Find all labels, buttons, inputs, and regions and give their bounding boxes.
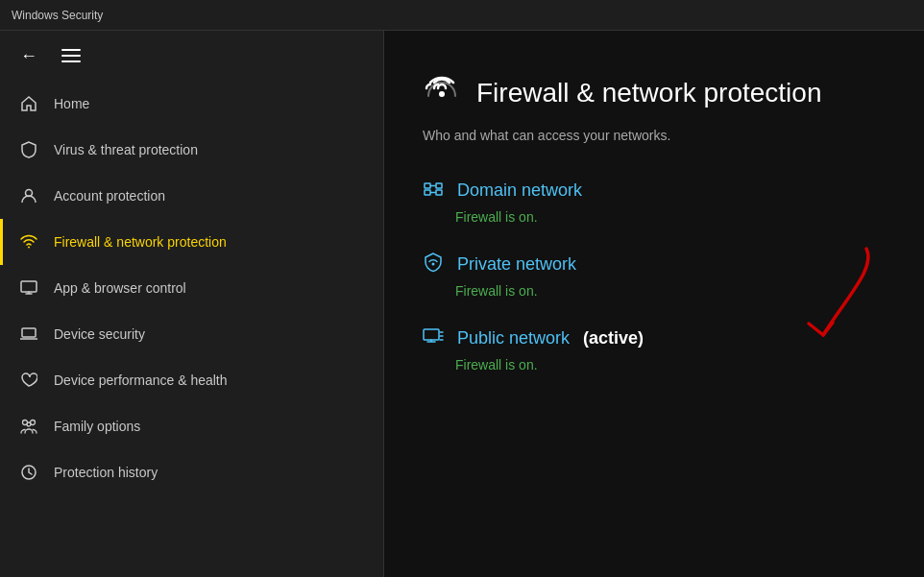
page-header: Firewall & network protection <box>423 69 886 116</box>
svg-point-13 <box>432 263 435 266</box>
sidebar-item-family-label: Family options <box>54 419 140 434</box>
domain-network-status: Firewall is on. <box>423 209 886 225</box>
public-network-active-badge: (active) <box>583 328 644 349</box>
public-network-item[interactable]: Public network (active) <box>423 325 886 351</box>
sidebar-item-account[interactable]: Account protection <box>0 173 383 219</box>
public-network-wrapper: Public network (active) Firewall is on. <box>423 325 886 373</box>
domain-network-item[interactable]: Domain network <box>423 178 886 204</box>
sidebar-item-firewall[interactable]: Firewall & network protection <box>0 219 383 265</box>
domain-network-icon <box>423 178 444 204</box>
svg-rect-9 <box>425 183 430 188</box>
sidebar-item-home[interactable]: Home <box>0 81 383 127</box>
hamburger-button[interactable] <box>58 42 85 69</box>
public-network-icon <box>423 325 444 351</box>
sidebar-item-firewall-label: Firewall & network protection <box>54 234 227 250</box>
sidebar-item-device-perf[interactable]: Device performance & health <box>0 357 383 403</box>
person-icon <box>19 186 38 205</box>
shield-icon <box>19 140 38 159</box>
sidebar-item-family[interactable]: Family options <box>0 403 383 449</box>
sidebar-item-virus[interactable]: Virus & threat protection <box>0 127 383 173</box>
page-subtitle: Who and what can access your networks. <box>423 128 886 143</box>
sidebar-item-device-perf-label: Device performance & health <box>54 373 228 388</box>
svg-rect-12 <box>436 190 442 195</box>
main-content: Firewall & network protection Who and wh… <box>384 31 924 577</box>
sidebar-item-virus-label: Virus & threat protection <box>54 142 198 157</box>
title-bar-text: Windows Security <box>12 9 103 22</box>
nav-items: Home Virus & threat protection Acco <box>0 81 383 577</box>
private-network-status: Firewall is on. <box>423 283 886 299</box>
private-network-name: Private network <box>457 254 576 275</box>
back-button[interactable]: ← <box>15 42 42 69</box>
hamburger-line-1 <box>61 49 81 51</box>
sidebar-top-controls: ← <box>0 31 383 81</box>
svg-rect-3 <box>22 328 36 337</box>
sidebar-item-app-browser-label: App & browser control <box>54 280 186 296</box>
private-network-icon <box>423 252 444 277</box>
private-network-item[interactable]: Private network <box>423 252 886 277</box>
family-icon <box>19 417 38 436</box>
sidebar-item-protection-history[interactable]: Protection history <box>0 449 383 495</box>
title-bar: Windows Security <box>0 0 924 31</box>
sidebar-item-app-browser[interactable]: App & browser control <box>0 265 383 311</box>
sidebar-item-home-label: Home <box>54 96 89 111</box>
app-body: ← Home <box>0 31 924 577</box>
svg-rect-10 <box>425 190 430 195</box>
home-icon <box>19 94 38 113</box>
svg-rect-14 <box>424 329 439 340</box>
hamburger-line-2 <box>61 55 81 57</box>
page-title: Firewall & network protection <box>476 78 821 108</box>
monitor-icon <box>19 278 38 298</box>
hamburger-line-3 <box>61 60 81 62</box>
page-header-icon <box>423 69 461 116</box>
svg-point-1 <box>28 247 30 249</box>
public-network-name: Public network <box>457 328 570 349</box>
laptop-icon <box>19 325 38 344</box>
sidebar-item-device-security-label: Device security <box>54 326 145 342</box>
sidebar-item-device-security[interactable]: Device security <box>0 311 383 357</box>
history-icon <box>19 463 38 482</box>
heart-icon <box>19 371 38 390</box>
sidebar: ← Home <box>0 31 384 577</box>
public-network-section: Public network (active) Firewall is on. <box>423 325 886 373</box>
domain-network-name: Domain network <box>457 180 582 201</box>
public-network-status: Firewall is on. <box>423 357 886 373</box>
svg-rect-2 <box>21 281 36 292</box>
private-network-section: Private network Firewall is on. <box>423 252 886 299</box>
domain-network-section: Domain network Firewall is on. <box>423 178 886 225</box>
wifi-icon <box>19 232 38 252</box>
svg-rect-11 <box>436 183 442 188</box>
sidebar-item-protection-history-label: Protection history <box>54 465 158 480</box>
sidebar-item-account-label: Account protection <box>54 188 165 204</box>
svg-point-8 <box>439 91 445 97</box>
svg-point-6 <box>27 422 31 426</box>
